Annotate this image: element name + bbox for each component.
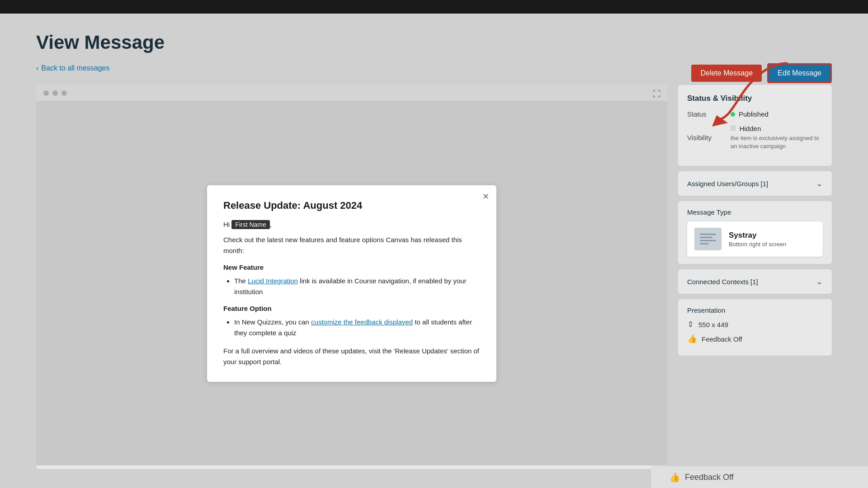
status-text: Published xyxy=(739,110,769,118)
message-intro: Check out the latest new features and fe… xyxy=(223,235,480,256)
section2-title: Feature Option xyxy=(223,305,480,312)
feedback-row: 👍 Feedback Off xyxy=(687,334,823,344)
dimensions-value: 550 x 449 xyxy=(698,321,728,328)
browser-dot-1 xyxy=(43,90,49,96)
list-item: In New Quizzes, you can customize the fe… xyxy=(234,317,480,338)
section2-list: In New Quizzes, you can customize the fe… xyxy=(223,317,480,338)
status-value: Published xyxy=(731,110,769,118)
chevron-down-icon: ⌄ xyxy=(816,178,823,188)
status-visibility-section: Status & Visibility Status Published Vis… xyxy=(678,85,832,166)
message-preview-panel: ⛶ ✕ Release Update: August 2024 Hi First… xyxy=(36,85,667,469)
connected-contexts-section: Connected Contexts [1] ⌄ xyxy=(678,269,832,294)
close-icon[interactable]: ✕ xyxy=(482,192,489,202)
assigned-users-title: Assigned Users/Groups [1] xyxy=(687,180,768,188)
chevron-down-icon-2: ⌄ xyxy=(816,277,823,286)
icon-line-2 xyxy=(700,237,712,238)
message-footer: For a full overview and videos of these … xyxy=(223,346,480,367)
action-buttons: Delete Message Edit Message xyxy=(691,63,832,83)
assigned-users-section: Assigned Users/Groups [1] ⌄ xyxy=(678,171,832,196)
main-content: View Message ‹ Back to all messages Dele… xyxy=(0,14,868,488)
type-card: Systray Bottom right of screen xyxy=(687,221,823,257)
type-name: Systray xyxy=(729,231,786,240)
message-card: ✕ Release Update: August 2024 Hi First N… xyxy=(207,185,496,382)
expand-icon[interactable]: ⛶ xyxy=(653,89,661,99)
visibility-value-group: 👁⃠ Hidden the item is exclusively assign… xyxy=(731,124,823,150)
feedback-bar: 👍 Feedback Off xyxy=(651,466,868,488)
browser-bar: ⛶ xyxy=(36,85,667,102)
message-greeting: Hi First Name, xyxy=(223,221,480,228)
chevron-left-icon: ‹ xyxy=(36,64,38,72)
status-dot xyxy=(731,112,735,117)
assigned-users-header[interactable]: Assigned Users/Groups [1] ⌄ xyxy=(678,171,832,196)
visibility-label: Visibility xyxy=(687,134,723,141)
feedback-bar-label: Feedback Off xyxy=(685,473,734,482)
first-name-badge: First Name xyxy=(231,220,269,229)
top-bar xyxy=(0,0,868,14)
content-layout: ⛶ ✕ Release Update: August 2024 Hi First… xyxy=(36,85,832,469)
browser-dot-3 xyxy=(61,90,67,96)
message-type-section: Message Type Systray Bottom right of scr… xyxy=(678,201,832,264)
section1-list: The Lucid Integration link is available … xyxy=(223,276,480,297)
icon-line-3 xyxy=(700,240,716,241)
eye-off-icon: 👁⃠ xyxy=(731,124,736,132)
lucid-integration-link[interactable]: Lucid Integration xyxy=(248,277,298,285)
icon-line-4 xyxy=(700,243,709,244)
list-item: The Lucid Integration link is available … xyxy=(234,276,480,297)
icon-line-1 xyxy=(700,234,716,235)
back-link-label: Back to all messages xyxy=(41,64,109,72)
message-type-title: Message Type xyxy=(687,208,823,216)
browser-dot-2 xyxy=(52,90,58,96)
delete-message-button[interactable]: Delete Message xyxy=(691,65,762,82)
edit-message-button[interactable]: Edit Message xyxy=(767,63,832,83)
presentation-section: Presentation ⇕ 550 x 449 👍 Feedback Off xyxy=(678,299,832,356)
visibility-text: Hidden xyxy=(740,125,761,132)
status-row: Status Published xyxy=(687,110,823,118)
feedback-value: Feedback Off xyxy=(702,335,742,343)
visibility-desc: the item is exclusively assigned to an i… xyxy=(731,134,823,150)
right-panel: Status & Visibility Status Published Vis… xyxy=(678,85,832,469)
type-desc: Bottom right of screen xyxy=(729,241,786,248)
visibility-row: Visibility 👁⃠ Hidden the item is exclusi… xyxy=(687,124,823,150)
feedback-thumb-icon: 👍 xyxy=(669,472,680,483)
preview-area: ✕ Release Update: August 2024 Hi First N… xyxy=(36,102,667,465)
type-icon-lines xyxy=(697,231,719,247)
systray-icon-box xyxy=(694,228,722,250)
status-section-title: Status & Visibility xyxy=(687,94,823,103)
feedback-link[interactable]: customize the feedback displayed xyxy=(311,318,413,326)
section1-title: New Feature xyxy=(223,263,480,271)
page-title: View Message xyxy=(36,32,832,53)
thumbs-up-icon: 👍 xyxy=(687,334,697,344)
connected-contexts-title: Connected Contexts [1] xyxy=(687,278,758,286)
presentation-title: Presentation xyxy=(687,306,823,314)
dimensions-row: ⇕ 550 x 449 xyxy=(687,319,823,329)
connected-contexts-header[interactable]: Connected Contexts [1] ⌄ xyxy=(678,269,832,294)
status-label: Status xyxy=(687,110,723,118)
resize-icon: ⇕ xyxy=(687,319,694,329)
type-info: Systray Bottom right of screen xyxy=(729,231,786,248)
message-card-title: Release Update: August 2024 xyxy=(223,200,480,211)
